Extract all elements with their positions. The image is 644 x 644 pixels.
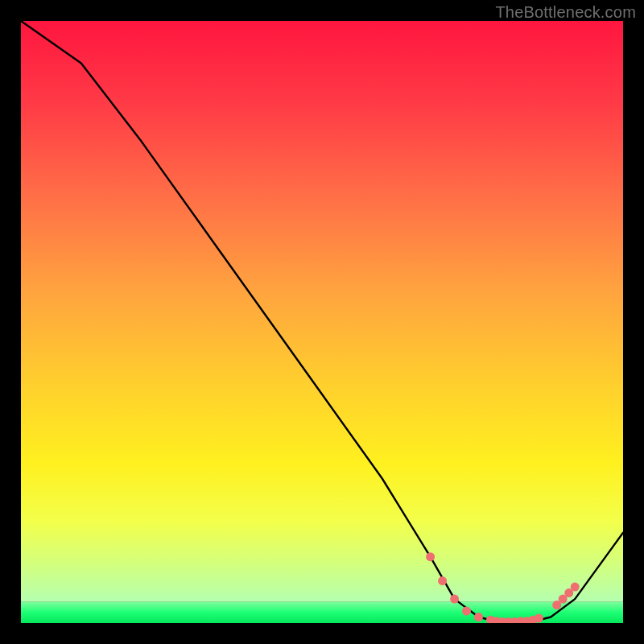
curve-marker (450, 595, 459, 604)
watermark: TheBottleneck.com (495, 3, 636, 22)
chart-plot (0, 0, 644, 644)
curve-marker (438, 576, 447, 585)
curve-marker (462, 607, 471, 616)
curve-marker (426, 552, 435, 561)
curve-marker (535, 614, 543, 623)
chart-frame: TheBottleneck.com (0, 0, 644, 644)
curve-marker (474, 613, 483, 621)
curve-marker (571, 583, 580, 592)
gradient-background (21, 21, 623, 602)
